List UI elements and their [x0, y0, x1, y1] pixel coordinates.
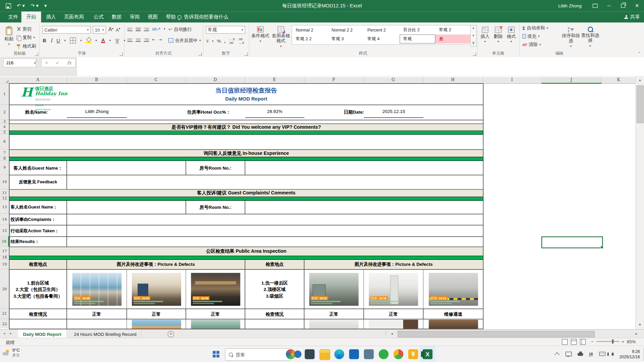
- horizontal-scroll-thumb[interactable]: [397, 331, 595, 338]
- horizontal-scrollbar[interactable]: ◂ ▸: [391, 330, 638, 338]
- delete-cells-button[interactable]: 删除▾: [492, 24, 504, 51]
- customize-qat-icon[interactable]: ▾: [44, 3, 47, 9]
- taskbar-clock[interactable]: 9:262025/12/16: [619, 349, 640, 360]
- people-icon[interactable]: [294, 351, 302, 358]
- paste-button[interactable]: 粘贴▾: [2, 25, 15, 52]
- col-header-H[interactable]: H: [423, 77, 483, 83]
- section-vip[interactable]: 是否有VIP接待？有何建议？ Did You welcome any VIP? …: [9, 124, 483, 131]
- col-header-D[interactable]: D: [185, 77, 245, 83]
- orientation-icon[interactable]: ab↗: [152, 26, 161, 32]
- status-f[interactable]: 正常: [304, 309, 364, 319]
- store-icon[interactable]: [364, 349, 374, 359]
- style-changgui-selected[interactable]: 常规: [399, 35, 435, 44]
- number-dialog-launcher-icon[interactable]: [245, 53, 248, 56]
- find-select-button[interactable]: 查找和选择▾: [581, 24, 599, 51]
- font-color-icon[interactable]: A: [101, 38, 105, 43]
- tab-view[interactable]: 视图: [143, 11, 163, 22]
- section-inhouse[interactable]: 询问客人反馈意见 In-house Experience: [9, 150, 483, 157]
- tab-formulas[interactable]: 公式: [89, 11, 108, 22]
- speaker-icon[interactable]: [611, 352, 613, 357]
- row-header-2[interactable]: 2: [0, 105, 9, 120]
- fill-color-icon[interactable]: [86, 38, 91, 43]
- cut-button[interactable]: 剪切: [16, 26, 36, 32]
- fill-button[interactable]: ↓填充 ▾: [523, 33, 548, 39]
- guest-name-cell-2[interactable]: [67, 201, 186, 214]
- scroll-up-icon[interactable]: ▲: [636, 77, 644, 84]
- decrease-indent-icon[interactable]: ⇤: [152, 37, 155, 42]
- status-b[interactable]: 正常: [67, 309, 127, 319]
- name-value[interactable]: Lilith Zhong: [67, 109, 127, 114]
- align-right-icon[interactable]: [144, 38, 149, 42]
- action-cell[interactable]: [67, 225, 483, 236]
- status-c[interactable]: 正常: [127, 309, 186, 319]
- tab-home[interactable]: 开始: [21, 11, 41, 22]
- room-no-cell[interactable]: [245, 161, 483, 175]
- tab-file[interactable]: 文件: [3, 11, 23, 22]
- col-header-J[interactable]: J: [541, 77, 602, 84]
- row-header-9[interactable]: 9: [0, 161, 9, 175]
- room-no-cell-2[interactable]: [245, 201, 483, 214]
- phonetic-guide-icon[interactable]: wén文: [115, 38, 119, 43]
- wrap-text-button[interactable]: ↩自动换行: [168, 26, 192, 32]
- col-header-E[interactable]: E: [245, 77, 305, 83]
- vertical-scrollbar[interactable]: ▲ ▼: [635, 76, 644, 329]
- selected-cell-J16[interactable]: [541, 236, 603, 248]
- section-public-area[interactable]: 公区检查结果 Public Area Inspection: [9, 247, 483, 256]
- photo-partial-5[interactable]: [429, 320, 478, 329]
- clear-button[interactable]: 清除 ▾: [523, 42, 548, 48]
- number-format-select[interactable]: 常规▾: [206, 26, 245, 34]
- page-break-view-icon[interactable]: [580, 339, 586, 345]
- col-header-F[interactable]: F: [304, 77, 364, 83]
- sort-filter-button[interactable]: AZ 排序和筛选▾: [560, 24, 582, 51]
- select-all-corner[interactable]: [0, 77, 9, 84]
- autosum-button[interactable]: Σ自动求和 ▾: [523, 25, 548, 31]
- spacer-row[interactable]: [9, 120, 483, 124]
- tab-insert[interactable]: 插入: [41, 11, 61, 22]
- redo-icon[interactable]: ↷ ▾: [31, 3, 39, 9]
- share-button[interactable]: 共享: [624, 11, 640, 22]
- increase-font-icon[interactable]: A▴: [108, 26, 113, 32]
- row-header-13[interactable]: 13: [0, 200, 9, 214]
- photo-partial-4[interactable]: [369, 320, 418, 329]
- tell-me-box[interactable]: 告诉我你想要做什么: [177, 11, 228, 22]
- style-changgui3[interactable]: 常规 3: [328, 35, 364, 44]
- row-header-1[interactable]: 1: [0, 83, 9, 105]
- hidden-icons-chevron[interactable]: [556, 352, 560, 357]
- cloud-tray-icon[interactable]: [578, 352, 583, 357]
- copy-button[interactable]: 复制 ▾: [16, 35, 36, 41]
- align-left-icon[interactable]: [127, 38, 133, 42]
- green-bar[interactable]: [9, 131, 483, 135]
- photo-partial-1[interactable]: [131, 320, 181, 329]
- style-baifenbi2[interactable]: 百分比 2: [399, 25, 435, 35]
- complaint-cell[interactable]: [67, 214, 483, 225]
- finance-app-icon[interactable]: ¥: [408, 349, 418, 359]
- photo-roof-area[interactable]: 打卡16:18: [369, 273, 418, 306]
- comma-style-icon[interactable]: ,: [224, 39, 225, 44]
- format-as-table-button[interactable]: 套用表格格式▾: [271, 24, 291, 51]
- zoom-level[interactable]: 85%: [627, 339, 636, 344]
- tab-scroll-right-icon[interactable]: ▸: [10, 331, 12, 335]
- col-header-I[interactable]: I: [483, 77, 542, 83]
- col-header-K[interactable]: K: [601, 77, 636, 83]
- italic-button[interactable]: I: [50, 38, 52, 43]
- status-h[interactable]: 维修通道: [423, 309, 483, 319]
- row-header-6[interactable]: 6: [0, 134, 9, 149]
- row-header-17[interactable]: 17: [0, 247, 9, 256]
- formula-bar-splitter[interactable]: ⦙: [36, 59, 37, 61]
- row-header-12[interactable]: 12: [0, 197, 9, 200]
- hscroll-left-icon[interactable]: ◂: [391, 331, 393, 336]
- row-header-11[interactable]: 11: [0, 189, 9, 196]
- font-dialog-launcher-icon[interactable]: [119, 53, 123, 56]
- style-normal2[interactable]: Normal 2: [292, 25, 328, 35]
- new-sheet-button[interactable]: +: [168, 331, 174, 338]
- tab-splitter[interactable]: ⦙: [385, 331, 386, 336]
- restore-button[interactable]: [616, 0, 630, 11]
- collapse-ribbon-icon[interactable]: ⌃: [638, 51, 641, 55]
- photo-back-area[interactable]: 打卡16:22: [309, 273, 359, 306]
- start-button[interactable]: [213, 351, 219, 358]
- green-bar[interactable]: [9, 157, 483, 161]
- row-header-7[interactable]: 7: [0, 149, 9, 157]
- file-explorer-icon[interactable]: [320, 349, 330, 360]
- merge-center-button[interactable]: ↔合并后居中 ▾: [168, 37, 201, 43]
- col-header-G[interactable]: G: [364, 77, 424, 83]
